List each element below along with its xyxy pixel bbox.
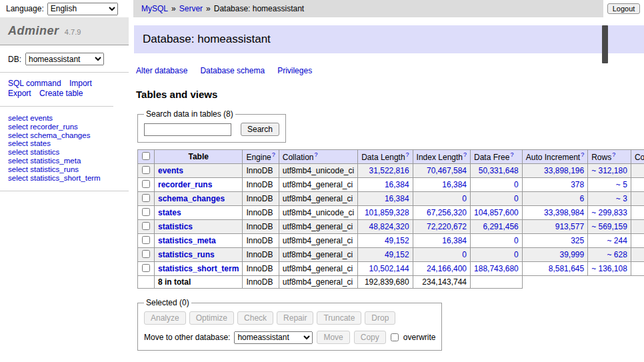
data-free-link[interactable]: 0	[514, 194, 519, 203]
sidebar-table-link-statistics[interactable]: select statistics	[8, 148, 121, 157]
rows-count-link[interactable]: ~ 312,180	[591, 166, 627, 175]
index-length-link[interactable]: 0	[462, 194, 467, 203]
index-length-link[interactable]: 16,384	[442, 236, 467, 245]
auto-increment-link[interactable]: 33,398,984	[544, 208, 584, 217]
breadcrumb-link-mysql[interactable]: MySQL	[141, 4, 168, 13]
table-name-link[interactable]: schema_changes	[158, 194, 225, 203]
sidebar-table-link-events[interactable]: select events	[8, 114, 121, 123]
data-length-link[interactable]: 48,824,320	[369, 222, 409, 231]
table-name-link[interactable]: states	[158, 208, 181, 217]
index-length-link[interactable]: 24,166,400	[427, 264, 467, 273]
row-checkbox[interactable]	[142, 264, 150, 272]
data-free-link[interactable]: 104,857,600	[474, 208, 519, 217]
auto-increment-link[interactable]: 33,898,196	[544, 166, 584, 175]
row-checkbox[interactable]	[142, 194, 150, 202]
data-free-link[interactable]: 6,291,456	[483, 222, 518, 231]
table-name-link[interactable]: recorder_runs	[158, 180, 212, 189]
rows-count-link[interactable]: ~ 136,108	[591, 264, 627, 273]
rows-count-link[interactable]: ~ 628	[607, 250, 627, 259]
move-database-select[interactable]: homeassistant	[234, 331, 313, 344]
rows-count-link[interactable]: ~ 3	[616, 194, 627, 203]
help-link-icon[interactable]: ?	[510, 151, 513, 158]
sidebar-table-link-statistics-short-term[interactable]: select statistics_short_term	[8, 174, 121, 183]
repair-button[interactable]: Repair	[277, 311, 313, 325]
auto-increment-link[interactable]: 378	[571, 180, 584, 189]
help-link-icon[interactable]: ?	[463, 151, 467, 158]
data-length-link[interactable]: 16,384	[385, 180, 409, 189]
sidebar-table-link-schema-changes[interactable]: select schema_changes	[8, 131, 121, 140]
row-checkbox[interactable]	[142, 222, 150, 230]
truncate-button[interactable]: Truncate	[317, 311, 361, 325]
optimize-button[interactable]: Optimize	[189, 311, 234, 325]
import-link[interactable]: Import	[69, 79, 92, 89]
data-free-link[interactable]: 188,743,680	[474, 264, 519, 273]
data-length-link[interactable]: 31,522,816	[369, 166, 409, 175]
db-select[interactable]: homeassistant	[25, 53, 104, 65]
select-all-checkbox[interactable]	[142, 152, 150, 160]
rows-count-cell: ~ 312,180	[588, 164, 631, 178]
index-length-link[interactable]: 67,256,320	[427, 208, 467, 217]
auto-increment-link[interactable]: 8,581,645	[549, 264, 584, 273]
auto-increment-link[interactable]: 39,999	[559, 250, 584, 259]
table-name-link[interactable]: statistics_short_term	[158, 264, 239, 273]
help-link-icon[interactable]: ?	[272, 151, 275, 158]
data-free-link[interactable]: 50,331,648	[479, 166, 519, 175]
auto-increment-link[interactable]: 913,577	[555, 222, 584, 231]
scrollbar-thumb[interactable]	[602, 25, 608, 63]
table-name-link[interactable]: statistics_runs	[158, 250, 215, 259]
help-link-icon[interactable]: ?	[406, 151, 409, 158]
breadcrumb-link-server[interactable]: Server	[179, 4, 203, 13]
data-length-link[interactable]: 16,384	[385, 194, 409, 203]
sidebar-table-link-statistics-meta[interactable]: select statistics_meta	[8, 157, 121, 165]
row-checkbox[interactable]	[142, 208, 150, 216]
data-length-link[interactable]: 49,152	[385, 250, 409, 259]
index-length-link[interactable]: 16,384	[442, 180, 467, 189]
rows-count-link[interactable]: ~ 569,159	[591, 222, 627, 231]
move-button[interactable]: Move	[317, 331, 349, 344]
logout-button[interactable]: Logout	[607, 3, 641, 14]
row-checkbox[interactable]	[142, 250, 150, 258]
sidebar-table-link-recorder-runs[interactable]: select recorder_runs	[8, 123, 121, 131]
search-button[interactable]: Search	[241, 123, 279, 136]
drop-button[interactable]: Drop	[365, 311, 395, 325]
help-link-icon[interactable]: ?	[612, 151, 615, 158]
help-link-icon[interactable]: ?	[581, 151, 584, 158]
export-link[interactable]: Export	[8, 89, 31, 99]
data-free-link[interactable]: 0	[514, 236, 519, 245]
data-free-link[interactable]: 0	[514, 250, 519, 259]
alter-database-link[interactable]: Alter database	[136, 66, 187, 75]
adminer-logo-link[interactable]: Adminer	[8, 24, 59, 37]
index-length-link[interactable]: 70,467,584	[427, 166, 467, 175]
check-button[interactable]: Check	[237, 311, 273, 325]
sidebar-create-table-link[interactable]: Create table	[39, 89, 83, 99]
row-checkbox[interactable]	[142, 180, 150, 188]
rows-count-link[interactable]: ~ 244	[607, 236, 627, 245]
data-length-link[interactable]: 49,152	[385, 236, 409, 245]
copy-button[interactable]: Copy	[354, 331, 386, 344]
data-length-link[interactable]: 10,502,144	[369, 264, 409, 273]
sql-command-link[interactable]: SQL command	[8, 79, 61, 89]
analyze-button[interactable]: Analyze	[144, 311, 186, 325]
help-link-icon[interactable]: ?	[314, 151, 317, 158]
row-checkbox[interactable]	[142, 166, 150, 174]
data-length-link[interactable]: 101,859,328	[365, 208, 409, 217]
privileges-link[interactable]: Privileges	[277, 66, 312, 75]
overwrite-checkbox[interactable]	[391, 333, 399, 341]
data-free-link[interactable]: 0	[514, 180, 519, 189]
database-schema-link[interactable]: Database schema	[200, 66, 265, 75]
rows-count-link[interactable]: ~ 299,833	[591, 208, 627, 217]
rows-count-link[interactable]: ~ 5	[616, 180, 627, 189]
language-select[interactable]: English	[47, 3, 118, 15]
search-input[interactable]	[144, 123, 231, 136]
sidebar-table-link-statistics-runs[interactable]: select statistics_runs	[8, 165, 121, 174]
table-name-link[interactable]: events	[158, 166, 183, 175]
table-name-link[interactable]: statistics	[158, 222, 193, 231]
logout-area: Logout	[603, 0, 644, 17]
sidebar-table-link-states[interactable]: select states	[8, 139, 121, 148]
auto-increment-link[interactable]: 325	[571, 236, 584, 245]
table-name-link[interactable]: statistics_meta	[158, 236, 216, 245]
index-length-link[interactable]: 0	[462, 250, 467, 259]
auto-increment-link[interactable]: 6	[579, 194, 584, 203]
row-checkbox[interactable]	[142, 236, 150, 244]
index-length-link[interactable]: 72,220,672	[427, 222, 467, 231]
